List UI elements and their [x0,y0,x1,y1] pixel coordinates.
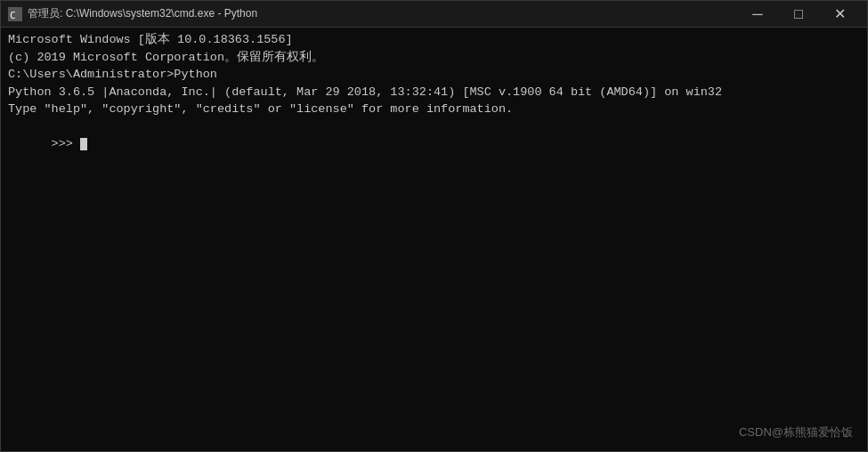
cmd-icon: C [8,7,22,21]
terminal-line: Python 3.6.5 |Anaconda, Inc.| (default, … [8,84,860,101]
svg-text:C: C [10,10,16,21]
terminal-prompt-line: >>> [8,118,860,171]
terminal-line: Type "help", "copyright", "credits" or "… [8,101,860,118]
cursor [80,138,87,150]
terminal-line: C:\Users\Administrator>Python [8,66,860,84]
terminal-line: Microsoft Windows [版本 10.0.18363.1556] [8,31,860,49]
cmd-window: C 管理员: C:\Windows\system32\cmd.exe - Pyt… [0,0,868,452]
title-bar: C 管理员: C:\Windows\system32\cmd.exe - Pyt… [1,1,867,28]
close-button[interactable]: ✕ [819,1,860,28]
maximize-button[interactable]: □ [778,1,819,28]
title-bar-text: 管理员: C:\Windows\system32\cmd.exe - Pytho… [28,6,737,21]
minimize-button[interactable]: ─ [737,1,778,28]
watermark: CSDN@栋熊猫爱恰饭 [739,424,853,441]
terminal-body[interactable]: Microsoft Windows [版本 10.0.18363.1556] (… [1,28,867,451]
terminal-line: (c) 2019 Microsoft Corporation。保留所有权利。 [8,49,860,67]
title-bar-controls: ─ □ ✕ [737,1,860,28]
